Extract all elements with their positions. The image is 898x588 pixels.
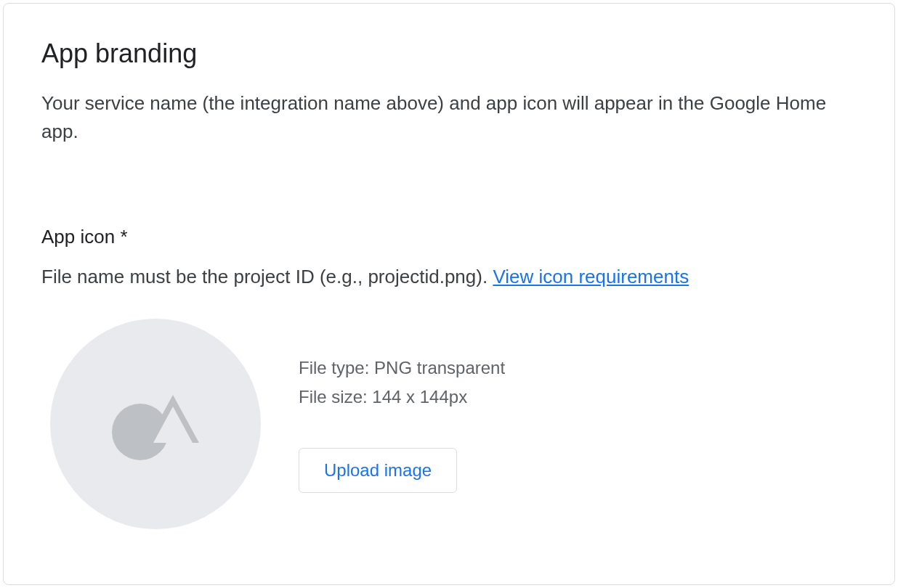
app-icon-help: File name must be the project ID (e.g., … xyxy=(41,266,857,288)
app-icon-label: App icon * xyxy=(41,226,857,248)
view-icon-requirements-link[interactable]: View icon requirements xyxy=(493,266,689,287)
file-size-text: File size: 144 x 144px xyxy=(299,384,505,410)
section-description: Your service name (the integration name … xyxy=(41,89,841,146)
app-icon-help-text: File name must be the project ID (e.g., … xyxy=(41,266,493,287)
section-title: App branding xyxy=(41,38,857,69)
app-branding-card: App branding Your service name (the inte… xyxy=(3,3,895,585)
file-type-text: File type: PNG transparent xyxy=(299,355,505,381)
icon-upload-row: File type: PNG transparent File size: 14… xyxy=(41,319,857,529)
image-placeholder-icon xyxy=(112,388,199,460)
upload-image-button[interactable]: Upload image xyxy=(299,448,457,493)
icon-details: File type: PNG transparent File size: 14… xyxy=(299,355,505,493)
icon-placeholder xyxy=(50,319,261,529)
